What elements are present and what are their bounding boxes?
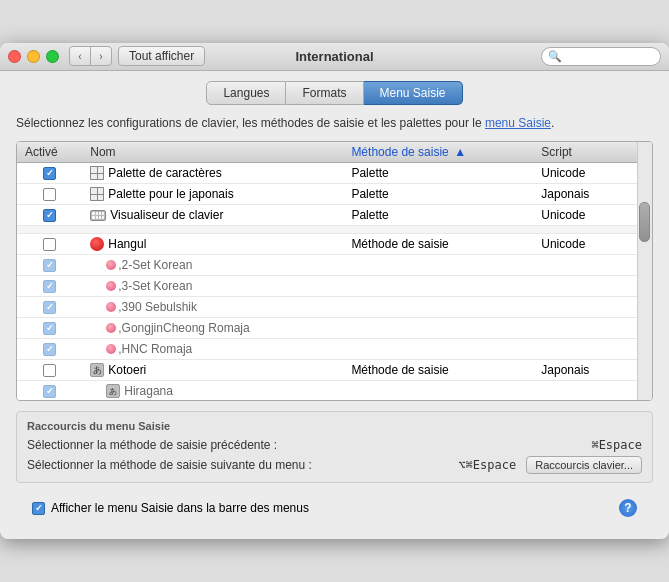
row-checkbox-3set[interactable]	[43, 280, 56, 293]
table-row: あ Hiragana	[17, 381, 652, 402]
table-row: Palette pour le japonais Palette Japonai…	[17, 184, 652, 205]
keyboard-shortcuts-button[interactable]: Raccourcis clavier...	[526, 456, 642, 474]
row-checkbox-palette-caracteres[interactable]	[43, 167, 56, 180]
shortcut-row-prev: Sélectionner la méthode de saisie précéd…	[27, 438, 642, 452]
search-field[interactable]: 🔍	[541, 47, 661, 66]
row-method: Palette	[343, 184, 533, 205]
row-checkbox-390[interactable]	[43, 301, 56, 314]
row-method: Palette	[343, 163, 533, 184]
shortcut-key-next: ⌥⌘Espace	[458, 458, 516, 472]
hangul-icon	[90, 237, 104, 251]
window: ‹ › Tout afficher International 🔍 Langue…	[0, 43, 669, 540]
row-name-390: ,390 Sebulshik	[118, 300, 197, 314]
row-method: Méthode de saisie	[343, 360, 533, 381]
titlebar-nav: ‹ › Tout afficher	[69, 46, 205, 66]
row-checkbox-hangul[interactable]	[43, 238, 56, 251]
show-all-button[interactable]: Tout afficher	[118, 46, 205, 66]
col-header-script[interactable]: Script	[533, 142, 652, 163]
description-text: Sélectionnez les configurations de clavi…	[16, 115, 653, 132]
col-header-active: Activé	[17, 142, 82, 163]
tab-formats[interactable]: Formats	[286, 81, 363, 105]
palette-icon	[90, 166, 104, 180]
input-methods-table: Activé Nom Méthode de saisie ▲ Script	[16, 141, 653, 401]
row-name-palette-japonais: Palette pour le japonais	[108, 187, 233, 201]
keyboard-icon	[90, 210, 106, 221]
shortcut-label-prev: Sélectionner la méthode de saisie précéd…	[27, 438, 277, 452]
row-checkbox-palette-japonais[interactable]	[43, 188, 56, 201]
main-content: Langues Formats Menu Saisie Sélectionnez…	[0, 71, 669, 540]
row-name-3set: ,3-Set Korean	[118, 279, 192, 293]
row-checkbox-hnc[interactable]	[43, 343, 56, 356]
row-name-hiragana: Hiragana	[124, 384, 173, 398]
row-name-palette-caracteres: Palette de caractères	[108, 166, 221, 180]
scroll-track[interactable]	[637, 142, 652, 400]
row-script: Japonais	[533, 184, 652, 205]
shortcut-row-next: Sélectionner la méthode de saisie suivan…	[27, 456, 642, 474]
tab-langues[interactable]: Langues	[206, 81, 286, 105]
row-name-hangul: Hangul	[108, 237, 146, 251]
shortcuts-title: Raccourcis du menu Saisie	[27, 420, 642, 432]
close-button[interactable]	[8, 50, 21, 63]
row-script: Unicode	[533, 205, 652, 226]
search-input[interactable]	[565, 50, 654, 62]
shortcut-label-next: Sélectionner la méthode de saisie suivan…	[27, 458, 312, 472]
hnc-icon	[106, 344, 116, 354]
row-checkbox-visualiseur[interactable]	[43, 209, 56, 222]
2set-icon	[106, 260, 116, 270]
table-row: Hangul Méthode de saisie Unicode	[17, 234, 652, 255]
palette-japonais-icon	[90, 187, 104, 201]
row-checkbox-2set[interactable]	[43, 259, 56, 272]
row-name-visualiseur: Visualiseur de clavier	[110, 208, 223, 222]
row-method: Palette	[343, 205, 533, 226]
390-icon	[106, 302, 116, 312]
back-button[interactable]: ‹	[69, 46, 91, 66]
row-checkbox-gongjin[interactable]	[43, 322, 56, 335]
table-row: Palette de caractères Palette Unicode	[17, 163, 652, 184]
show-menu-label: Afficher le menu Saisie dans la barre de…	[51, 501, 309, 515]
show-menu-checkbox[interactable]	[32, 502, 45, 515]
window-controls	[8, 50, 59, 63]
col-header-method[interactable]: Méthode de saisie ▲	[343, 142, 533, 163]
minimize-button[interactable]	[27, 50, 40, 63]
help-button[interactable]: ?	[619, 499, 637, 517]
row-checkbox-kotoeri[interactable]	[43, 364, 56, 377]
hiragana-icon: あ	[106, 384, 120, 398]
table-row: ,2-Set Korean	[17, 255, 652, 276]
table-row: Visualiseur de clavier Palette Unicode	[17, 205, 652, 226]
row-method: Méthode de saisie	[343, 234, 533, 255]
table-row: ,GongjinCheong Romaja	[17, 318, 652, 339]
table-row: ,390 Sebulshik	[17, 297, 652, 318]
tab-menu-saisie[interactable]: Menu Saisie	[364, 81, 463, 105]
sort-arrow-icon: ▲	[454, 145, 466, 159]
row-script: Japonais	[533, 360, 652, 381]
footer: Afficher le menu Saisie dans la barre de…	[16, 493, 653, 529]
row-name-kotoeri: Kotoeri	[108, 363, 146, 377]
col-header-name[interactable]: Nom	[82, 142, 343, 163]
row-name-gongjin: ,GongjinCheong Romaja	[118, 321, 249, 335]
window-title: International	[295, 49, 373, 64]
table-row: あ Kotoeri Méthode de saisie Japonais	[17, 360, 652, 381]
tab-bar: Langues Formats Menu Saisie	[16, 81, 653, 105]
shortcut-key-prev: ⌘Espace	[591, 438, 642, 452]
search-icon: 🔍	[548, 50, 562, 63]
shortcuts-section: Raccourcis du menu Saisie Sélectionner l…	[16, 411, 653, 483]
footer-checkbox-area: Afficher le menu Saisie dans la barre de…	[32, 501, 309, 515]
row-checkbox-hiragana[interactable]	[43, 385, 56, 398]
titlebar: ‹ › Tout afficher International 🔍	[0, 43, 669, 71]
scroll-thumb[interactable]	[639, 202, 650, 242]
forward-button[interactable]: ›	[90, 46, 112, 66]
kotoeri-icon: あ	[90, 363, 104, 377]
table-separator	[17, 226, 652, 234]
table-row: ,HNC Romaja	[17, 339, 652, 360]
table-row: ,3-Set Korean	[17, 276, 652, 297]
row-name-2set: ,2-Set Korean	[118, 258, 192, 272]
description-link[interactable]: menu Saisie	[485, 116, 551, 130]
gongjin-icon	[106, 323, 116, 333]
row-script: Unicode	[533, 163, 652, 184]
3set-icon	[106, 281, 116, 291]
maximize-button[interactable]	[46, 50, 59, 63]
row-script: Unicode	[533, 234, 652, 255]
row-name-hnc: ,HNC Romaja	[118, 342, 192, 356]
